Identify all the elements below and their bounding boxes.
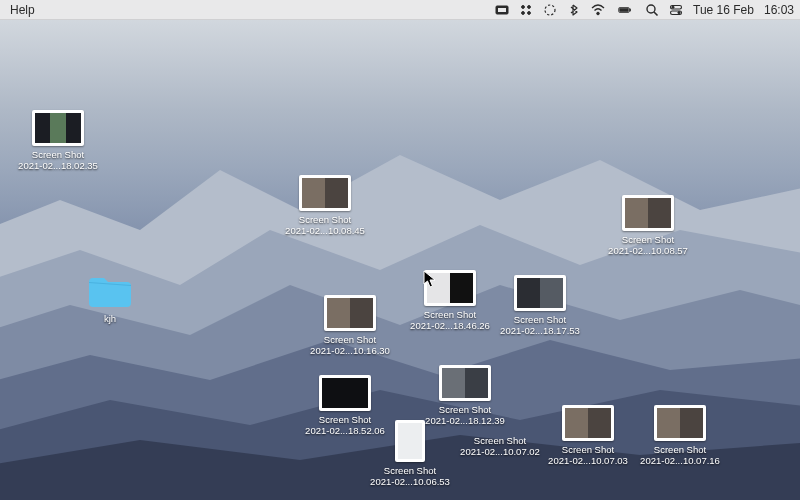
svg-line-18 xyxy=(654,12,658,16)
file-label: Screen Shot 2021-02...18.46.26 xyxy=(410,309,490,331)
file-label: Screen Shot 2021-02...10.08.45 xyxy=(285,214,365,236)
desktop-file[interactable]: Screen Shot 2021-02...10.07.16 xyxy=(640,405,720,466)
svg-point-17 xyxy=(647,5,655,13)
desktop-file[interactable]: Screen Shot 2021-02...18.12.39 xyxy=(425,365,505,426)
screenshot-thumbnail-icon xyxy=(319,375,371,411)
file-label: Screen Shot 2021-02...18.17.53 xyxy=(500,314,580,336)
svg-point-10 xyxy=(522,11,525,14)
assistant-icon[interactable] xyxy=(519,3,533,17)
svg-rect-15 xyxy=(620,8,628,11)
file-label: Screen Shot 2021-02...10.16.30 xyxy=(310,334,390,356)
screenshot-thumbnail-icon xyxy=(324,295,376,331)
screenshot-thumbnail-icon xyxy=(514,275,566,311)
file-label: Screen Shot 2021-02...10.07.02 xyxy=(460,435,540,457)
desktop[interactable]: Help Tue 16 Feb 16:03 Screen Shot 2021-0… xyxy=(0,0,800,500)
svg-point-22 xyxy=(678,11,680,13)
search-icon[interactable] xyxy=(645,3,659,17)
menubar: Help Tue 16 Feb 16:03 xyxy=(0,0,800,20)
folder-label: kjh xyxy=(104,313,116,324)
desktop-file[interactable]: Screen Shot 2021-02...10.06.53 xyxy=(370,420,450,487)
desktop-file[interactable]: Screen Shot 2021-02...18.02.35 xyxy=(18,110,98,171)
wifi-icon[interactable] xyxy=(591,3,605,17)
folder-icon xyxy=(86,272,134,310)
file-label: Screen Shot 2021-02...18.02.35 xyxy=(18,149,98,171)
status-icons: Tue 16 Feb 16:03 xyxy=(495,3,794,17)
battery-icon[interactable] xyxy=(615,3,635,17)
desktop-file[interactable]: Screen Shot 2021-02...10.08.45 xyxy=(285,175,365,236)
screenshot-thumbnail-icon xyxy=(622,195,674,231)
file-label: Screen Shot 2021-02...10.07.16 xyxy=(640,444,720,466)
desktop-file[interactable]: Screen Shot 2021-02...10.07.02 xyxy=(460,432,540,457)
svg-point-13 xyxy=(597,12,600,15)
desktop-file[interactable]: Screen Shot 2021-02...18.46.26 xyxy=(410,270,490,331)
screenshot-thumbnail-icon xyxy=(562,405,614,441)
svg-rect-16 xyxy=(630,8,631,10)
desktop-file[interactable]: Screen Shot 2021-02...10.16.30 xyxy=(310,295,390,356)
desktop-file[interactable]: Screen Shot 2021-02...10.07.03 xyxy=(548,405,628,466)
desktop-file[interactable]: Screen Shot 2021-02...10.08.57 xyxy=(608,195,688,256)
svg-point-8 xyxy=(522,5,525,8)
screenshot-thumbnail-icon xyxy=(395,420,425,462)
control-center-icon[interactable] xyxy=(669,3,683,17)
svg-point-9 xyxy=(528,5,531,8)
svg-point-12 xyxy=(545,5,555,15)
input-source-icon[interactable] xyxy=(495,3,509,17)
sync-icon[interactable] xyxy=(543,3,557,17)
bluetooth-icon[interactable] xyxy=(567,3,581,17)
menubar-date[interactable]: Tue 16 Feb xyxy=(693,3,754,17)
screenshot-thumbnail-icon xyxy=(439,365,491,401)
svg-rect-7 xyxy=(498,7,507,12)
svg-point-21 xyxy=(672,6,674,8)
menubar-time[interactable]: 16:03 xyxy=(764,3,794,17)
file-label: Screen Shot 2021-02...10.07.03 xyxy=(548,444,628,466)
file-label: Screen Shot 2021-02...10.08.57 xyxy=(608,234,688,256)
screenshot-thumbnail-icon xyxy=(654,405,706,441)
screenshot-thumbnail-icon xyxy=(32,110,84,146)
screenshot-thumbnail-icon xyxy=(299,175,351,211)
desktop-file[interactable]: Screen Shot 2021-02...18.17.53 xyxy=(500,275,580,336)
svg-point-11 xyxy=(528,11,531,14)
file-label: Screen Shot 2021-02...10.06.53 xyxy=(370,465,450,487)
menu-help[interactable]: Help xyxy=(10,3,35,17)
desktop-folder[interactable]: kjh xyxy=(70,272,150,324)
pointer-cursor-icon xyxy=(423,270,437,288)
